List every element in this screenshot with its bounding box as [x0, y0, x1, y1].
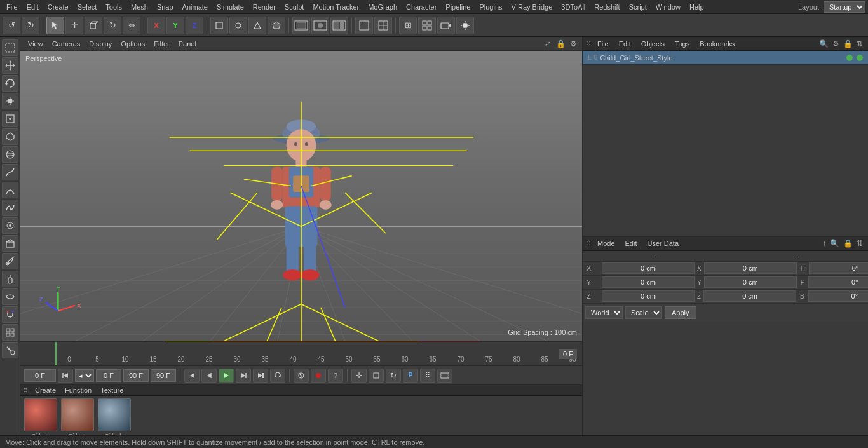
attr-h-input[interactable]	[809, 262, 868, 274]
end-frame-input[interactable]	[123, 369, 149, 382]
material-item-2[interactable]: Girl_bo	[61, 398, 94, 435]
left-tool-4[interactable]	[2, 93, 18, 109]
render-button[interactable]	[330, 17, 348, 34]
pla-button[interactable]: P	[403, 369, 418, 383]
world-dropdown[interactable]: World	[585, 306, 623, 319]
attr-z-rot-input[interactable]	[703, 290, 796, 302]
dots-button[interactable]: ⠿	[420, 369, 435, 383]
menu-snap[interactable]: Snap	[153, 2, 177, 12]
film-button[interactable]	[437, 369, 452, 383]
om-settings-icon[interactable]: ⚙	[831, 39, 841, 48]
left-tool-6[interactable]	[2, 128, 18, 145]
menu-redshift[interactable]: Redshift	[590, 2, 623, 12]
scale-key-button[interactable]: ↻	[386, 369, 401, 383]
z-axis-button[interactable]: Z	[186, 17, 203, 34]
attr-lock-icon[interactable]: 🔒	[842, 239, 854, 248]
attr-x-rot-input[interactable]	[704, 262, 797, 274]
om-edit-btn[interactable]: Edit	[615, 39, 635, 49]
viewport-view-menu[interactable]: View	[24, 39, 47, 49]
left-tool-2[interactable]	[2, 57, 18, 74]
step-forward-button[interactable]	[236, 369, 251, 383]
undo-button[interactable]: ↺	[3, 17, 20, 34]
move-tool-button[interactable]: ✛	[65, 17, 83, 34]
material-function-btn[interactable]: Function	[61, 385, 95, 395]
viewport-canvas[interactable]: X Y Z Perspective Grid Spacing : 100 cm	[20, 51, 582, 341]
menu-help[interactable]: Help	[686, 2, 708, 12]
left-tool-16[interactable]	[2, 306, 18, 323]
rotate-tool-button[interactable]: ↻	[104, 17, 121, 34]
attr-arrows-icon[interactable]: ⇅	[855, 239, 864, 248]
attr-up-icon[interactable]: ↑	[821, 239, 827, 248]
attr-edit-btn[interactable]: Edit	[621, 238, 641, 248]
left-tool-7[interactable]	[2, 146, 18, 163]
menu-mograph[interactable]: MoGraph	[364, 2, 401, 12]
redo-button[interactable]: ↻	[22, 17, 39, 34]
viewport-display-menu[interactable]: Display	[85, 39, 116, 49]
object-row-1[interactable]: L 0 Child_Girl_Street_Style	[583, 51, 868, 65]
menu-tools[interactable]: Tools	[102, 2, 126, 12]
light-button[interactable]	[456, 17, 474, 34]
left-tool-9[interactable]	[2, 182, 18, 198]
end-frame2-input[interactable]	[151, 369, 176, 382]
left-tool-18[interactable]	[2, 342, 18, 358]
om-lock-icon[interactable]: 🔒	[842, 39, 854, 48]
viewport-settings-icon[interactable]: ⚙	[568, 39, 578, 49]
material-item-1[interactable]: Girl_bo	[24, 398, 57, 435]
menu-edit[interactable]: Edit	[23, 2, 43, 12]
render-region-button[interactable]	[292, 17, 310, 34]
cube-tool-button[interactable]	[85, 17, 102, 34]
attr-search-icon[interactable]: 🔍	[829, 239, 841, 248]
current-frame-input[interactable]	[96, 369, 121, 382]
menu-character[interactable]: Character	[402, 2, 440, 12]
om-bookmarks-btn[interactable]: Bookmarks	[696, 39, 738, 49]
polygon-mode-button[interactable]	[268, 17, 285, 34]
edge-mode-button[interactable]	[248, 17, 266, 34]
menu-script[interactable]: Script	[625, 2, 651, 12]
object-mode-button[interactable]	[210, 17, 228, 34]
viewport-container[interactable]: View Cameras Display Options Filter Pane…	[20, 37, 582, 341]
go-end-button[interactable]	[253, 369, 268, 383]
y-axis-button[interactable]: Y	[166, 17, 184, 34]
timeline-area[interactable]: 0 5 10 15 20 25 30 35 40 45 50 55 60 65 …	[20, 341, 582, 365]
perspective-view-button[interactable]	[355, 17, 373, 34]
start-frame-input[interactable]	[24, 369, 56, 382]
attr-y-pos-input[interactable]	[602, 276, 695, 288]
left-tool-1[interactable]	[2, 39, 18, 56]
point-mode-button[interactable]	[229, 17, 247, 34]
menu-3dtoall[interactable]: 3DToAll	[557, 2, 589, 12]
attr-y-rot-input[interactable]	[704, 276, 797, 288]
attr-x-pos-input[interactable]	[602, 262, 695, 274]
attr-mode-btn[interactable]: Mode	[593, 238, 619, 248]
menu-plugins[interactable]: Plugins	[475, 2, 506, 12]
menu-vray-bridge[interactable]: V-Ray Bridge	[508, 2, 557, 12]
play-button[interactable]	[219, 369, 234, 383]
attr-p-input[interactable]	[808, 276, 868, 288]
om-objects-btn[interactable]: Objects	[637, 39, 668, 49]
left-tool-17[interactable]	[2, 324, 18, 341]
menu-create[interactable]: Create	[44, 2, 72, 12]
menu-window[interactable]: Window	[652, 2, 684, 12]
left-tool-11[interactable]	[2, 217, 18, 234]
om-search-icon[interactable]: 🔍	[818, 39, 830, 48]
attr-b-input[interactable]	[808, 290, 868, 302]
viewport-panel-menu[interactable]: Panel	[175, 39, 200, 49]
viewport-maximize-icon[interactable]: ⤢	[543, 39, 553, 49]
viewport-filter-menu[interactable]: Filter	[150, 39, 173, 49]
menu-select[interactable]: Select	[74, 2, 101, 12]
viewport-lock-icon[interactable]: 🔒	[555, 39, 566, 49]
layout-select[interactable]: Startup	[824, 1, 865, 13]
go-start-button[interactable]	[184, 369, 200, 383]
prev-keyframe-button[interactable]	[58, 369, 73, 383]
help-button[interactable]: ?	[328, 369, 343, 383]
attr-z-pos-input[interactable]	[602, 290, 695, 302]
menu-animate[interactable]: Animate	[179, 2, 212, 12]
om-file-btn[interactable]: File	[593, 39, 613, 49]
frame-step-select[interactable]: ◂	[75, 369, 94, 382]
camera-button[interactable]	[437, 17, 455, 34]
menu-motion-tracker[interactable]: Motion Tracker	[309, 2, 363, 12]
menu-render[interactable]: Render	[249, 2, 280, 12]
left-tool-5[interactable]	[2, 111, 18, 127]
snap-button[interactable]: ⊞	[399, 17, 417, 34]
left-tool-12[interactable]	[2, 235, 18, 252]
left-tool-8[interactable]	[2, 164, 18, 180]
